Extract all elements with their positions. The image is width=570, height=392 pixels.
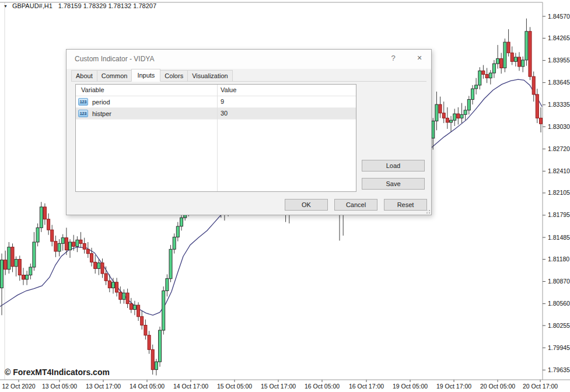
price-axis-label: 1.79945: [548, 344, 570, 351]
time-axis-label: 14 Oct 05:00: [130, 383, 165, 390]
custom-indicator-dialog: Custom Indicator - VIDYA ? × AboutCommon…: [66, 49, 432, 215]
price-axis-label: 1.83030: [548, 123, 570, 130]
price-axis-label: 1.80870: [548, 278, 570, 285]
tab-about[interactable]: About: [71, 70, 97, 81]
table-header-row: Variable Value: [76, 85, 356, 96]
numeric-type-icon: 123: [78, 98, 88, 106]
variable-name: histper: [92, 110, 111, 117]
symbol-period-label: GBPAUD#,H1: [12, 2, 53, 9]
price-axis-label: 1.83335: [548, 101, 570, 108]
time-axis-label: 15 Oct 17:00: [261, 383, 296, 390]
price-axis-label: 1.81180: [548, 256, 569, 262]
inputs-table: Variable Value 123period9123histper30: [75, 84, 356, 192]
price-axis-labels: 1.845701.842651.839551.836451.833351.830…: [543, 13, 570, 373]
time-axis-label: 19 Oct 17:00: [436, 383, 471, 390]
variable-value[interactable]: 30: [221, 110, 228, 117]
time-axis-label: 13 Oct 05:00: [42, 383, 77, 390]
chevron-down-icon[interactable]: ▼: [4, 4, 8, 8]
load-button[interactable]: Load: [362, 160, 425, 172]
variable-name: period: [92, 99, 110, 106]
time-axis-label: 13 Oct 17:00: [86, 383, 121, 390]
price-axis-label: 1.84570: [548, 13, 570, 20]
column-header-value[interactable]: Value: [221, 86, 236, 93]
mt4-chart-window: 1.845701.842651.839551.836451.833351.830…: [0, 0, 570, 392]
tab-colors[interactable]: Colors: [160, 70, 188, 81]
ok-button[interactable]: OK: [285, 199, 328, 211]
price-axis-label: 1.83955: [548, 57, 570, 64]
time-axis-labels: 12 Oct 202013 Oct 05:0013 Oct 17:0014 Oc…: [2, 380, 558, 390]
time-axis-label: 12 Oct 2020: [2, 383, 35, 390]
price-axis-label: 1.81485: [548, 234, 570, 241]
symbol-info-bar: ▼ GBPAUD#,H1 1.78159 1.78329 1.78132 1.7…: [4, 2, 156, 9]
cancel-button[interactable]: Cancel: [334, 199, 377, 211]
reset-button[interactable]: Reset: [384, 199, 427, 211]
price-axis-label: 1.82105: [548, 189, 570, 196]
time-axis-label: 19 Oct 05:00: [393, 383, 428, 390]
watermark: © ForexMT4Indicators.com: [5, 368, 110, 377]
help-button[interactable]: ?: [389, 54, 398, 62]
tab-common[interactable]: Common: [97, 70, 132, 81]
time-axis-label: 15 Oct 05:00: [217, 383, 252, 390]
time-axis-label: 16 Oct 05:00: [305, 383, 340, 390]
time-axis-label: 20 Oct 05:00: [480, 383, 515, 390]
dialog-title: Custom Indicator - VIDYA: [75, 55, 155, 63]
dialog-titlebar[interactable]: Custom Indicator - VIDYA ? ×: [67, 50, 431, 69]
ohlc-values: 1.78159 1.78329 1.78132 1.78207: [58, 2, 156, 9]
save-button[interactable]: Save: [362, 178, 425, 190]
time-axis-label: 16 Oct 17:00: [349, 383, 384, 390]
table-rows: 123period9123histper30: [76, 96, 356, 120]
close-button[interactable]: ×: [415, 53, 424, 62]
price-axis-label: 1.80560: [548, 300, 570, 307]
price-axis-label: 1.80255: [548, 322, 570, 329]
resize-grip-icon[interactable]: [425, 208, 430, 214]
price-axis-label: 1.83645: [548, 79, 570, 86]
table-row-histper[interactable]: 123histper30: [76, 108, 356, 120]
column-header-variable[interactable]: Variable: [81, 86, 104, 93]
price-axis-label: 1.79635: [548, 366, 570, 373]
price-axis-label: 1.81795: [548, 211, 570, 218]
dialog-tabs: AboutCommonInputsColorsVisualization: [71, 69, 426, 82]
table-row-period[interactable]: 123period9: [76, 96, 356, 108]
variable-value[interactable]: 9: [221, 98, 224, 105]
price-axis-label: 1.84265: [548, 34, 570, 41]
tab-inputs[interactable]: Inputs: [131, 69, 160, 82]
price-axis-label: 1.82720: [548, 145, 570, 152]
time-axis-label: 20 Oct 17:00: [523, 383, 558, 390]
numeric-type-icon: 123: [78, 110, 88, 117]
column-separator[interactable]: [217, 85, 218, 191]
tab-visualization[interactable]: Visualization: [187, 70, 233, 81]
time-axis-label: 14 Oct 17:00: [173, 383, 208, 390]
price-axis-label: 1.82410: [548, 167, 570, 174]
